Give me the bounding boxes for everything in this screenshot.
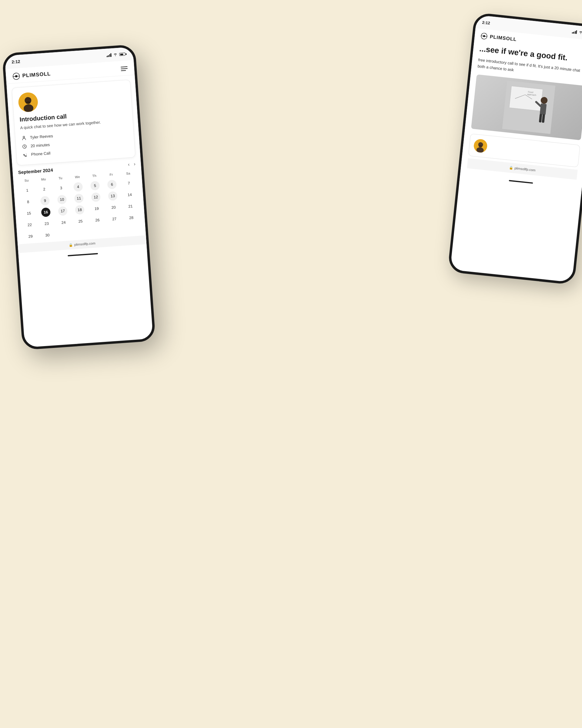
signal-icon-front — [106, 53, 112, 57]
calendar-day: 14 — [121, 188, 139, 201]
calendar-day — [106, 224, 124, 237]
calendar-day: 8 — [19, 196, 37, 208]
back-phone-avatar — [473, 138, 488, 153]
calendar-day: 27 — [106, 213, 123, 225]
whiteboard-image: Fixed approach — [471, 74, 582, 140]
wifi-icon — [578, 30, 582, 35]
calendar-day[interactable]: 12 — [87, 191, 105, 204]
calendar-day: 3 — [52, 182, 70, 194]
calendar-day: 26 — [88, 213, 106, 226]
call-type-label: Phone Call — [31, 151, 51, 157]
person-icon — [21, 135, 27, 141]
meeting-card: Introduction call A quick chat to see ho… — [11, 79, 136, 165]
calendar-day: 20 — [105, 201, 122, 214]
back-phone-brand: PLIMSOLL — [480, 32, 517, 43]
calendar-day: 29 — [22, 230, 39, 243]
plimsoll-logo-icon — [480, 32, 488, 40]
calendar-day: 23 — [38, 217, 56, 230]
next-month-button[interactable]: › — [134, 162, 136, 166]
calendar-day: 30 — [38, 229, 56, 241]
calendar-day: 1 — [19, 184, 36, 197]
calendar-day: 7 — [120, 177, 138, 189]
clock-icon — [21, 143, 28, 150]
front-phone-time: 2:12 — [11, 59, 20, 64]
calendar-day[interactable]: 11 — [70, 192, 88, 205]
calendar-day[interactable]: 18 — [71, 203, 89, 216]
signal-icon — [572, 30, 577, 34]
person-whiteboard-illustration: Fixed approach — [502, 81, 555, 134]
calendar-day: 19 — [88, 202, 106, 215]
calendar-day[interactable]: 17 — [54, 204, 72, 217]
plimsoll-logo-front-icon — [12, 73, 20, 80]
back-phone-status-icons — [572, 29, 582, 36]
battery-icon-front — [119, 52, 127, 56]
calendar-day: 25 — [72, 215, 89, 228]
calendar-day — [55, 228, 73, 240]
svg-point-25 — [23, 136, 25, 138]
hamburger-menu-front[interactable] — [121, 67, 128, 71]
calendar-day[interactable]: 6 — [103, 178, 121, 191]
calendar-day[interactable]: 4 — [69, 181, 87, 193]
calendar-day: 15 — [20, 207, 38, 219]
calendar-day: 28 — [122, 211, 140, 224]
calendar-day: 21 — [121, 200, 139, 213]
host-avatar-icon-front — [18, 92, 38, 112]
calendar: September 2024 ‹ › Su Mo Tu We Th Fr Sa — [12, 161, 146, 244]
calendar-day[interactable]: 9 — [36, 194, 54, 207]
phone-icon — [22, 152, 28, 158]
host-avatar-icon — [473, 138, 488, 153]
calendar-day[interactable]: 16 — [37, 206, 55, 218]
prev-month-button[interactable]: ‹ — [128, 162, 130, 167]
host-name: Tyler Reeves — [30, 133, 53, 139]
calendar-day: 2 — [35, 183, 53, 196]
lock-icon: 🔒 — [509, 165, 514, 170]
back-phone-time: 2:12 — [482, 20, 490, 25]
calendar-day[interactable]: 13 — [104, 189, 122, 202]
host-avatar — [18, 92, 38, 112]
back-phone: 2:12 — [447, 12, 582, 285]
calendar-day — [89, 225, 107, 238]
calendar-day: 24 — [55, 216, 73, 229]
calendar-day — [73, 226, 90, 239]
calendar-day[interactable]: 10 — [53, 193, 71, 206]
svg-line-20 — [13, 76, 20, 77]
front-phone-status-icons — [106, 52, 127, 58]
calendar-day — [123, 223, 141, 236]
calendar-grid: Su Mo Tu We Th Fr Sa 1234567891011121314… — [18, 170, 141, 243]
front-phone-brand: PLIMSOLL — [12, 70, 51, 80]
calendar-month: September 2024 — [18, 167, 53, 175]
calendar-nav[interactable]: ‹ › — [128, 162, 136, 167]
lock-icon-front: 🔒 — [69, 243, 73, 247]
wifi-icon-front — [113, 52, 118, 57]
calendar-day[interactable]: 5 — [86, 179, 104, 192]
duration-label: 20 minutes — [30, 142, 50, 148]
svg-rect-4 — [509, 86, 543, 111]
calendar-day: 22 — [21, 218, 39, 231]
front-phone: 2:12 — [2, 44, 156, 350]
